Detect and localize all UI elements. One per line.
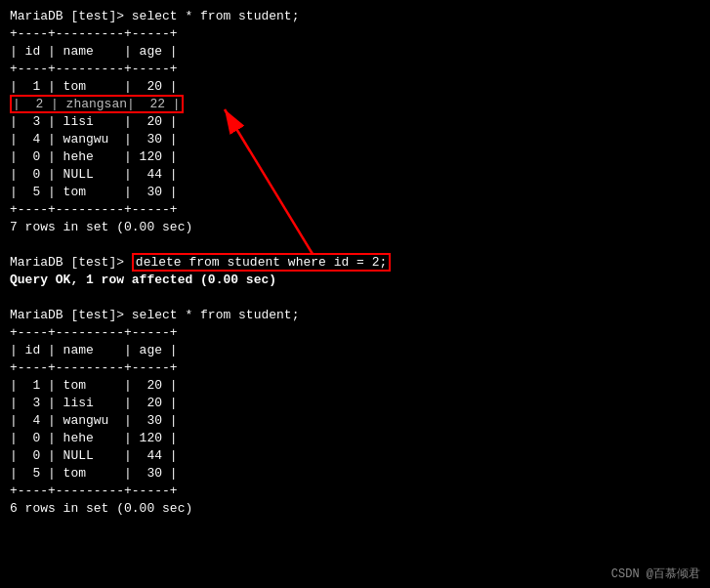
line-row2-4: | 0 | hehe | 120 | bbox=[10, 430, 700, 447]
line-row2-2: | 3 | lisi | 20 | bbox=[10, 395, 700, 412]
line-sep1: +----+---------+-----+ bbox=[10, 25, 700, 43]
watermark: CSDN @百慕倾君 bbox=[611, 566, 700, 582]
line-sep4: +----+---------+-----+ bbox=[10, 324, 700, 342]
line-sep6: +----+---------+-----+ bbox=[10, 483, 700, 500]
line-select2: MariaDB [test]> select * from student; bbox=[10, 307, 700, 324]
terminal: MariaDB [test]> select * from student; +… bbox=[0, 0, 710, 588]
line-blank2 bbox=[10, 289, 700, 307]
line-row2-5: | 0 | NULL | 44 | bbox=[10, 447, 700, 465]
line-count2: 6 rows in set (0.00 sec) bbox=[10, 500, 700, 518]
line-row2-3: | 4 | wangwu | 30 | bbox=[10, 412, 700, 430]
line-row5: | 0 | hehe | 120 | bbox=[10, 148, 700, 166]
line-row1: | 1 | tom | 20 | bbox=[10, 78, 700, 96]
line-sep5: +----+---------+-----+ bbox=[10, 359, 700, 377]
line-blank1 bbox=[10, 236, 700, 254]
line-count1: 7 rows in set (0.00 sec) bbox=[10, 219, 700, 236]
line-row2-1: | 1 | tom | 20 | bbox=[10, 377, 700, 395]
line-header: | id | name | age | bbox=[10, 43, 700, 61]
line-row3: | 3 | lisi | 20 | bbox=[10, 113, 700, 131]
line-sep2: +----+---------+-----+ bbox=[10, 61, 700, 78]
line-header2: | id | name | age | bbox=[10, 342, 700, 359]
line-row2-6: | 5 | tom | 30 | bbox=[10, 465, 700, 483]
line-query-ok: Query OK, 1 row affected (0.00 sec) bbox=[10, 272, 700, 289]
line-row4: | 4 | wangwu | 30 | bbox=[10, 131, 700, 148]
line-row7: | 5 | tom | 30 | bbox=[10, 184, 700, 201]
line-0: MariaDB [test]> select * from student; bbox=[10, 8, 700, 25]
line-sep3: +----+---------+-----+ bbox=[10, 201, 700, 219]
delete-command-highlight: delete from student where id = 2; bbox=[132, 253, 391, 272]
line-row6: | 0 | NULL | 44 | bbox=[10, 166, 700, 184]
line-row2-highlighted: | 2 | zhangsan| 22 | bbox=[10, 96, 700, 113]
highlight-box: | 2 | zhangsan| 22 | bbox=[10, 95, 184, 113]
line-delete-cmd: MariaDB [test]> delete from student wher… bbox=[10, 254, 700, 272]
